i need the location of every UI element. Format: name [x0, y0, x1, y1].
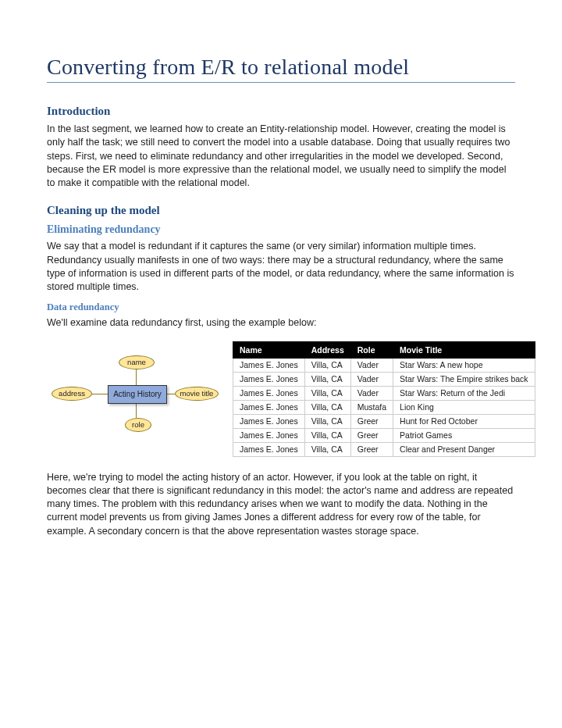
- table-cell: James E. Jones: [233, 400, 305, 414]
- entity-acting-history: Acting History: [108, 385, 167, 404]
- table-row: James E. JonesVilla, CAVaderStar Wars: R…: [233, 386, 535, 400]
- heading-introduction: Introduction: [47, 105, 515, 118]
- table-cell: Villa, CA: [304, 442, 350, 456]
- table-cell: Hunt for Red October: [393, 414, 535, 428]
- col-name: Name: [233, 341, 305, 358]
- figure-row: name address Acting History movie title …: [47, 341, 515, 457]
- table-cell: Greer: [350, 442, 393, 456]
- table-row: James E. JonesVilla, CAGreerClear and Pr…: [233, 442, 535, 456]
- page-title: Converting from E/R to relational model: [47, 55, 515, 83]
- table-cell: James E. Jones: [233, 386, 305, 400]
- table-cell: Clear and Present Danger: [393, 442, 535, 456]
- data-redundancy-explain: Here, we're trying to model the acting h…: [47, 471, 515, 538]
- table-row: James E. JonesVilla, CAGreerHunt for Red…: [233, 414, 535, 428]
- table-cell: Star Wars: The Empire strikes back: [393, 372, 535, 386]
- table-cell: Lion King: [393, 400, 535, 414]
- diagram-connector: [136, 402, 137, 418]
- table-cell: James E. Jones: [233, 428, 305, 442]
- data-redundancy-intro: We'll examine data redundancy first, usi…: [47, 316, 515, 330]
- table-cell: Star Wars: Return of the Jedi: [393, 386, 535, 400]
- er-diagram: name address Acting History movie title …: [47, 341, 219, 451]
- table-cell: James E. Jones: [233, 442, 305, 456]
- table-cell: Vader: [350, 386, 393, 400]
- table-cell: James E. Jones: [233, 372, 305, 386]
- intro-paragraph: In the last segment, we learned how to c…: [47, 123, 515, 190]
- table-row: James E. JonesVilla, CAVaderStar Wars: A…: [233, 358, 535, 372]
- eliminating-paragraph: We say that a model is redundant if it c…: [47, 240, 515, 294]
- diagram-connector: [91, 394, 108, 394]
- table-cell: Mustafa: [350, 400, 393, 414]
- table-cell: Villa, CA: [304, 414, 350, 428]
- attribute-movie-title: movie title: [175, 387, 219, 401]
- col-movie-title: Movie Title: [393, 341, 535, 358]
- col-address: Address: [304, 341, 350, 358]
- table-cell: Villa, CA: [304, 400, 350, 414]
- table-cell: Villa, CA: [304, 372, 350, 386]
- table-cell: Villa, CA: [304, 358, 350, 372]
- attribute-name: name: [119, 355, 155, 369]
- table-cell: James E. Jones: [233, 358, 305, 372]
- table-cell: Vader: [350, 372, 393, 386]
- diagram-connector: [136, 368, 137, 385]
- acting-history-table: Name Address Role Movie Title James E. J…: [233, 341, 535, 457]
- table-cell: Greer: [350, 414, 393, 428]
- table-cell: Villa, CA: [304, 386, 350, 400]
- table-cell: Patriot Games: [393, 428, 535, 442]
- attribute-role: role: [125, 418, 151, 432]
- attribute-address: address: [52, 387, 92, 401]
- col-role: Role: [350, 341, 393, 358]
- table-row: James E. JonesVilla, CAMustafaLion King: [233, 400, 535, 414]
- document-page: Converting from E/R to relational model …: [0, 0, 562, 573]
- table-row: James E. JonesVilla, CAGreerPatriot Game…: [233, 428, 535, 442]
- table-header-row: Name Address Role Movie Title: [233, 341, 535, 358]
- table-cell: James E. Jones: [233, 414, 305, 428]
- heading-cleaning-up: Cleaning up the model: [47, 204, 515, 217]
- table-row: James E. JonesVilla, CAVaderStar Wars: T…: [233, 372, 535, 386]
- table-cell: Villa, CA: [304, 428, 350, 442]
- table-cell: Vader: [350, 358, 393, 372]
- heading-eliminating-redundancy: Eliminating redundancy: [47, 223, 515, 236]
- heading-data-redundancy: Data redundancy: [47, 302, 515, 313]
- table-cell: Greer: [350, 428, 393, 442]
- table-cell: Star Wars: A new hope: [393, 358, 535, 372]
